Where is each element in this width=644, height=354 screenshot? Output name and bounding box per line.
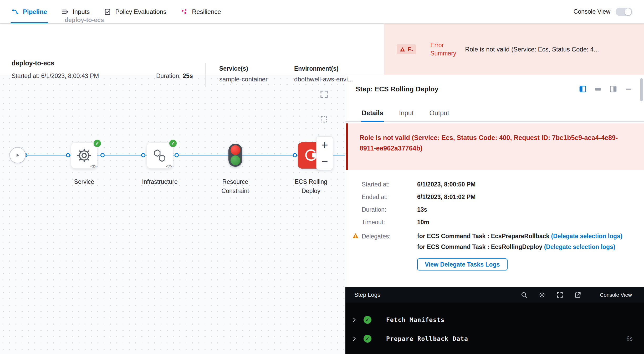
code-icon: </> (90, 164, 96, 169)
fullscreen-icon[interactable] (556, 291, 564, 299)
play-icon (14, 152, 21, 158)
node-label-resource-constraint: Resource Constraint (213, 177, 258, 196)
inputs-icon (61, 8, 69, 15)
log-section-fetch-manifests[interactable]: Fetch Manifests (345, 310, 644, 329)
delegate-entry: for ECS Command Task : EcsRollingDeploy … (417, 243, 622, 251)
code-icon: </> (166, 164, 172, 169)
step-logs-body: Fetch Manifests Prepare Rollback Data 6s (345, 303, 644, 354)
success-badge (168, 139, 177, 148)
zoom-out-button[interactable]: − (316, 153, 333, 170)
search-icon[interactable] (521, 291, 528, 299)
detail-row-timeout: Timeout: 10m (362, 216, 635, 228)
hexagons-icon (152, 148, 167, 163)
node-label-infrastructure: Infrastructure (137, 177, 182, 186)
detail-row-ended: Ended at: 6/1/2023, 8:01:02 PM (362, 191, 635, 203)
environments-label: Environment(s) (294, 65, 353, 72)
minimize-panel-button[interactable] (625, 86, 632, 92)
layout-split-right-button[interactable] (610, 86, 617, 92)
panel-title: Step: ECS Rolling Deploy (356, 85, 438, 93)
node-service[interactable]: </> (71, 142, 97, 169)
nav-tabs: Pipeline Inputs Policy Evaluations Resil… (12, 0, 221, 23)
success-badge (93, 139, 102, 148)
console-view-label: Console View (574, 8, 610, 15)
step-detail-tabs: Details Input Output (345, 105, 644, 122)
step-details-panel: Step: ECS Rolling Deploy Details Input O… (345, 75, 644, 354)
gear-icon (76, 148, 92, 163)
tab-policy-evaluations-label: Policy Evaluations (115, 8, 166, 15)
pipeline-icon (12, 8, 19, 15)
breadcrumb: deploy-to-ecs (65, 17, 104, 24)
step-logs-header: Step Logs Console View (345, 287, 644, 303)
canvas-select-button[interactable] (318, 113, 331, 126)
console-view-toggle[interactable] (616, 8, 632, 16)
error-summary-label: Error Summary (430, 41, 465, 58)
edge-connector-dot (66, 153, 70, 157)
execution-header: deploy-to-ecs Started at: 6/1/2023, 8:00… (0, 24, 644, 75)
delegate-selection-logs-link[interactable]: (Delegate selection logs) (544, 243, 615, 250)
tab-pipeline-label: Pipeline (23, 8, 47, 15)
services-label: Service(s) (219, 65, 268, 72)
step-error-banner: Role is not valid (Service: Ecs, Status … (346, 123, 644, 170)
edge-connector-dot (100, 153, 105, 157)
green-light-icon (231, 155, 240, 165)
chevron-right-icon[interactable] (351, 317, 358, 323)
success-check-icon (364, 335, 371, 343)
policy-evaluations-icon (104, 8, 111, 15)
layout-split-left-button[interactable] (579, 86, 586, 92)
external-link-icon[interactable] (574, 291, 581, 299)
zoom-controls: + − (316, 136, 333, 170)
error-summary-strip: F.. Error Summary Role is not valid (Ser… (384, 24, 644, 75)
error-summary-text: Role is not valid (Service: Ecs, Status … (465, 46, 644, 53)
node-resource-constraint[interactable] (228, 144, 242, 167)
environments-value[interactable]: dbothwell-aws-envi... (294, 76, 353, 83)
step-details: Started at: 6/1/2023, 8:00:50 PM Ended a… (362, 178, 635, 270)
services-value[interactable]: sample-container (219, 76, 268, 83)
started-at-text: Started at: 6/1/2023, 8:00:43 PM (12, 72, 99, 80)
tab-resilience-label: Resilience (192, 8, 221, 15)
layout-bottom-button[interactable] (595, 86, 601, 92)
tab-output[interactable]: Output (430, 105, 449, 121)
delegate-selection-logs-link[interactable]: (Delegate selection logs) (551, 233, 622, 240)
duration-label: Duration: (156, 72, 181, 79)
panel-scrollbar[interactable] (640, 78, 643, 101)
node-label-ecs-rolling-deploy: ECS Rolling Deploy (289, 177, 333, 196)
pipeline-start-node[interactable] (9, 147, 26, 163)
pipeline-edge (173, 155, 228, 155)
tab-input[interactable]: Input (399, 105, 414, 121)
pipeline-edge (97, 155, 147, 155)
chevron-right-icon[interactable] (351, 336, 358, 342)
step-logs-title: Step Logs (354, 291, 380, 298)
log-section-prepare-rollback-data[interactable]: Prepare Rollback Data 6s (345, 329, 644, 348)
delegate-entry: for ECS Command Task : EcsPrepareRollbac… (417, 232, 622, 240)
failed-badge: F.. (397, 44, 416, 54)
warning-icon (352, 232, 359, 239)
services-column: Service(s) sample-container (219, 65, 268, 83)
gear-icon[interactable] (538, 291, 546, 299)
zoom-in-button[interactable]: + (316, 137, 333, 153)
tab-pipeline[interactable]: Pipeline (12, 0, 47, 23)
failed-badge-label: F.. (408, 46, 413, 52)
node-infrastructure[interactable]: </> (147, 142, 173, 169)
tab-details[interactable]: Details (362, 105, 383, 121)
detail-row-duration: Duration: 13s (362, 203, 635, 216)
tab-resilience[interactable]: Resilience (181, 0, 221, 23)
resilience-icon (181, 8, 188, 15)
detail-row-delegates: Delegates: for ECS Command Task : EcsPre… (362, 232, 635, 254)
canvas-fullscreen-button[interactable] (318, 88, 331, 101)
view-delegate-tasks-logs-button[interactable]: View Delegate Tasks Logs (417, 258, 508, 270)
red-light-icon (231, 145, 240, 155)
step-logs: Step Logs Console View (345, 287, 644, 354)
console-view-button[interactable]: Console View (600, 290, 632, 300)
pipeline-canvas[interactable]: </> </> + − Service Infrastructure Resou… (0, 75, 345, 354)
toggle-knob (625, 8, 631, 15)
warning-icon (400, 46, 405, 52)
edge-connector-dot (175, 153, 179, 157)
environments-column: Environment(s) dbothwell-aws-envi... (294, 65, 353, 83)
tab-inputs-label: Inputs (73, 8, 90, 15)
detail-row-started: Started at: 6/1/2023, 8:00:50 PM (362, 178, 635, 191)
tab-policy-evaluations[interactable]: Policy Evaluations (104, 0, 166, 23)
edge-connector-dot (141, 153, 145, 157)
node-label-service: Service (62, 177, 106, 186)
pipeline-title: deploy-to-ecs (12, 59, 54, 67)
success-check-icon (364, 316, 371, 324)
